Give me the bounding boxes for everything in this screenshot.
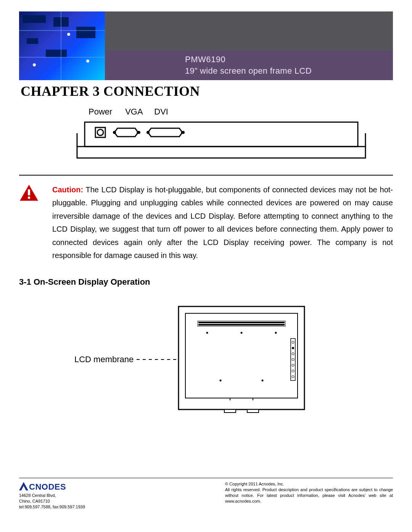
svg-rect-28 bbox=[198, 324, 285, 326]
footer-copyright: © Copyright 2011 Acnodes, Inc. bbox=[225, 481, 393, 487]
svg-rect-4 bbox=[46, 50, 67, 57]
svg-rect-3 bbox=[27, 38, 38, 44]
company-logo: CNODES bbox=[19, 481, 85, 492]
svg-rect-27 bbox=[198, 322, 285, 323]
svg-rect-25 bbox=[185, 313, 298, 398]
product-model: PMW6190 bbox=[185, 54, 393, 65]
footer-right: © Copyright 2011 Acnodes, Inc. All right… bbox=[225, 481, 393, 504]
svg-point-36 bbox=[292, 347, 294, 349]
svg-rect-0 bbox=[23, 15, 46, 23]
svg-rect-12 bbox=[85, 122, 358, 147]
svg-point-33 bbox=[262, 380, 264, 382]
label-dvi: DVI bbox=[154, 107, 168, 117]
warning-icon bbox=[19, 184, 39, 262]
svg-rect-21 bbox=[28, 189, 30, 195]
page-header: PMW6190 19” wide screen open frame LCD bbox=[19, 11, 393, 80]
caution-text: Caution: The LCD Display is hot-pluggabl… bbox=[52, 183, 393, 262]
footer-contact: tel:909.597.7588, fax:909.597.1939 bbox=[19, 504, 85, 510]
label-vga: VGA bbox=[125, 107, 152, 117]
svg-rect-42 bbox=[224, 409, 236, 413]
divider-rule bbox=[19, 175, 393, 176]
connection-ports-figure bbox=[76, 120, 366, 160]
caution-body: The LCD Display is hot-pluggable, but co… bbox=[52, 185, 393, 260]
osd-diagram: LCD membrane bbox=[19, 304, 393, 415]
svg-rect-11 bbox=[77, 147, 365, 158]
footer-address-line2: Chino, CA91710 bbox=[19, 498, 85, 504]
svg-point-9 bbox=[67, 33, 70, 36]
logo-icon bbox=[19, 482, 28, 490]
footer-legal: All rights reserved. Product description… bbox=[225, 487, 393, 504]
svg-point-18 bbox=[137, 131, 140, 134]
caution-block: Caution: The LCD Display is hot-pluggabl… bbox=[19, 183, 393, 262]
page-footer: CNODES 14628 Central Blvd, Chino, CA9171… bbox=[19, 478, 393, 510]
svg-point-16 bbox=[97, 129, 103, 135]
svg-rect-43 bbox=[247, 409, 259, 413]
footer-rule bbox=[19, 478, 393, 478]
product-description: 19” wide screen open frame LCD bbox=[185, 65, 393, 77]
label-power: Power bbox=[89, 107, 123, 117]
header-banner: PMW6190 19” wide screen open frame LCD bbox=[105, 11, 393, 80]
footer-address-line1: 14628 Central Blvd, bbox=[19, 493, 85, 498]
header-decorative-image bbox=[19, 11, 105, 80]
connection-diagram: Power VGA DVI bbox=[19, 107, 393, 161]
logo-text: CNODES bbox=[29, 482, 66, 492]
osd-figure bbox=[137, 304, 343, 415]
svg-point-10 bbox=[86, 60, 89, 63]
section-heading-3-1: 3-1 On-Screen Display Operation bbox=[19, 277, 393, 287]
chapter-title: CHAPTER 3 CONNECTION bbox=[21, 83, 393, 99]
svg-point-29 bbox=[206, 332, 208, 334]
svg-rect-22 bbox=[28, 197, 30, 199]
svg-point-32 bbox=[220, 380, 222, 382]
footer-left: CNODES 14628 Central Blvd, Chino, CA9171… bbox=[19, 481, 85, 510]
osd-callout-label: LCD membrane bbox=[74, 355, 134, 364]
svg-point-8 bbox=[33, 63, 36, 66]
svg-point-30 bbox=[241, 332, 243, 334]
svg-point-31 bbox=[275, 332, 277, 334]
caution-label: Caution: bbox=[52, 185, 83, 194]
svg-rect-2 bbox=[76, 27, 95, 38]
svg-point-20 bbox=[182, 131, 185, 134]
